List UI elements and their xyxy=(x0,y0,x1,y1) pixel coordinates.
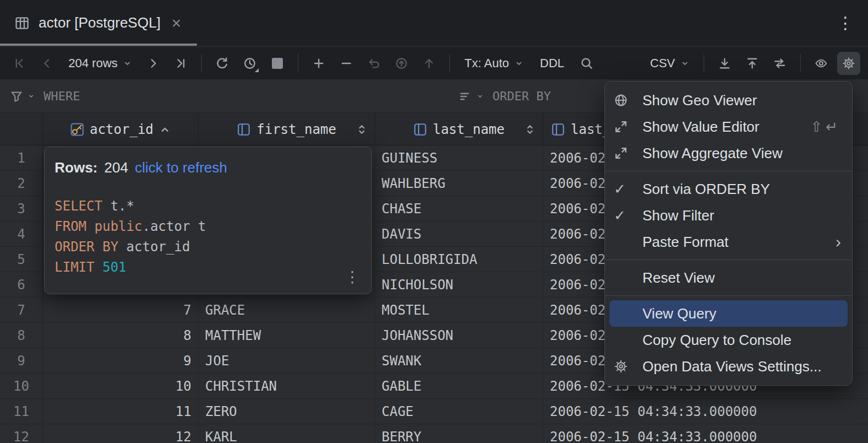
previous-page-button[interactable] xyxy=(35,52,58,75)
row-number[interactable]: 5 xyxy=(0,247,43,272)
settings-button[interactable] xyxy=(837,52,860,75)
menu-item-copy-query-to-console[interactable]: Copy Query to Console xyxy=(609,327,848,353)
menu-item-reset-view[interactable]: Reset View xyxy=(609,264,848,291)
row-number[interactable]: 1 xyxy=(0,145,43,171)
menu-item-show-geo-viewer[interactable]: Show Geo Viewer xyxy=(609,87,848,114)
where-clause-field[interactable]: WHERE xyxy=(44,89,80,103)
column-header-last-name[interactable]: last_name xyxy=(375,114,543,145)
context-menu-items: Show Geo ViewerShow Value Editor⇧↵Show A… xyxy=(605,87,852,380)
last-page-button[interactable] xyxy=(169,52,192,75)
cell-actor-id[interactable]: 7 xyxy=(43,298,199,323)
row-number[interactable]: 10 xyxy=(0,374,43,399)
ddl-button[interactable]: DDL xyxy=(533,56,571,71)
compare-data-button[interactable] xyxy=(768,52,791,75)
menu-item-label: Reset View xyxy=(642,269,841,287)
cell-actor-id[interactable]: 12 xyxy=(43,424,199,443)
table-row[interactable]: 11 11 ZERO CAGE 2006-02-15 04:34:33.0000… xyxy=(0,399,868,424)
menu-item-sort-via-order-by[interactable]: ✓Sort via ORDER BY xyxy=(609,176,848,202)
cell-first-name[interactable]: MATTHEW xyxy=(199,323,375,348)
dropdown-corner-icon xyxy=(255,68,259,72)
menu-item-show-aggregate-view[interactable]: Show Aggregate View xyxy=(609,140,848,166)
upload-button[interactable] xyxy=(741,52,764,75)
cell-last-name[interactable]: GABLE xyxy=(375,374,543,399)
cell-last-update[interactable]: 2006-02-15 04:34:33.000000 xyxy=(543,399,868,424)
cell-last-name[interactable]: JOHANSSON xyxy=(375,323,543,348)
schedule-refresh-button[interactable] xyxy=(238,52,261,75)
row-number[interactable]: 3 xyxy=(0,196,43,222)
transaction-mode-dropdown[interactable]: Tx: Auto xyxy=(459,52,529,75)
row-number-header[interactable] xyxy=(0,114,43,145)
row-number[interactable]: 12 xyxy=(0,424,43,443)
cell-last-name[interactable]: WAHLBERG xyxy=(375,171,543,196)
row-count-dropdown[interactable]: 204 rows xyxy=(63,52,137,75)
cell-first-name[interactable]: KARL xyxy=(199,424,375,443)
popup-more-icon[interactable]: ⋮ xyxy=(345,268,360,286)
row-number[interactable]: 2 xyxy=(0,171,43,196)
revert-button[interactable] xyxy=(390,52,413,75)
row-number[interactable]: 8 xyxy=(0,323,43,348)
refresh-button[interactable] xyxy=(211,52,234,75)
row-number[interactable]: 9 xyxy=(0,348,43,374)
globe-icon xyxy=(614,93,642,107)
cell-last-name[interactable]: NICHOLSON xyxy=(375,272,543,298)
cell-last-name[interactable]: MOSTEL xyxy=(375,298,543,323)
menu-item-paste-format[interactable]: Paste Format› xyxy=(609,229,848,255)
row-number[interactable]: 6 xyxy=(0,272,43,298)
cell-actor-id[interactable]: 9 xyxy=(43,348,199,374)
export-format-label: CSV xyxy=(650,56,675,71)
tab-actor-postgresql[interactable]: actor [PostgreSQL] × xyxy=(0,0,197,46)
menu-item-open-data-views-settings[interactable]: Open Data Views Settings... xyxy=(609,353,848,380)
cell-actor-id[interactable]: 8 xyxy=(43,323,199,348)
table-row[interactable]: 12 12 KARL BERRY 2006-02-15 04:34:33.000… xyxy=(0,424,868,443)
cell-last-name[interactable]: LOLLOBRIGIDA xyxy=(375,247,543,272)
menu-separator xyxy=(605,260,852,260)
menu-item-label: Paste Format xyxy=(642,234,835,251)
next-page-button[interactable] xyxy=(142,52,165,75)
first-page-button[interactable] xyxy=(8,52,31,75)
row-number[interactable]: 7 xyxy=(0,298,43,323)
cell-actor-id[interactable]: 11 xyxy=(43,399,199,424)
close-icon[interactable]: × xyxy=(172,15,181,31)
cell-first-name[interactable]: GRACE xyxy=(199,298,375,323)
cell-last-update[interactable]: 2006-02-15 04:34:33.000000 xyxy=(543,424,868,443)
more-options-icon[interactable]: ⋮ xyxy=(823,13,868,33)
undo-button[interactable] xyxy=(362,52,385,75)
delete-row-button[interactable] xyxy=(335,52,358,75)
cell-last-name[interactable]: CHASE xyxy=(375,196,543,222)
cell-last-name[interactable]: GUINESS xyxy=(375,145,543,171)
export-format-dropdown[interactable]: CSV xyxy=(645,52,695,75)
cell-first-name[interactable]: ZERO xyxy=(199,399,375,424)
menu-item-view-query[interactable]: View Query xyxy=(609,300,848,327)
cell-first-name[interactable]: CHRISTIAN xyxy=(199,374,375,399)
cell-last-name[interactable]: BERRY xyxy=(375,424,543,443)
add-row-button[interactable] xyxy=(307,52,330,75)
cell-first-name[interactable]: JOE xyxy=(199,348,375,374)
database-data-view: actor [PostgreSQL] × ⋮ 204 rows xyxy=(0,0,868,443)
refresh-link[interactable]: click to refresh xyxy=(135,159,227,176)
submit-button[interactable] xyxy=(417,52,441,75)
menu-item-show-value-editor[interactable]: Show Value Editor⇧↵ xyxy=(609,114,848,140)
cell-actor-id[interactable]: 10 xyxy=(43,374,199,399)
sort-both-icon[interactable] xyxy=(356,123,368,136)
sort-lines-icon[interactable] xyxy=(459,90,472,103)
filter-funnel-icon[interactable] xyxy=(10,90,23,103)
menu-item-label: Sort via ORDER BY xyxy=(642,181,841,198)
sort-both-icon[interactable] xyxy=(524,123,536,136)
sql-code: SELECT t.*FROM public.actor tORDER BY ac… xyxy=(55,196,360,278)
cell-last-name[interactable]: DAVIS xyxy=(375,222,543,247)
download-button[interactable] xyxy=(713,52,736,75)
cell-last-name[interactable]: SWANK xyxy=(375,348,543,374)
order-by-clause-field[interactable]: ORDER BY xyxy=(492,89,551,103)
view-options-button[interactable] xyxy=(810,52,833,75)
row-number[interactable]: 11 xyxy=(0,399,43,424)
menu-item-show-filter[interactable]: ✓Show Filter xyxy=(609,202,848,229)
search-button[interactable] xyxy=(575,52,598,75)
row-number[interactable]: 4 xyxy=(0,222,43,247)
column-header-actor-id[interactable]: actor_id xyxy=(43,114,199,145)
toolbar-separator xyxy=(201,54,202,73)
chevron-down-icon xyxy=(28,93,35,100)
column-header-first-name[interactable]: first_name xyxy=(199,114,375,145)
stop-button[interactable] xyxy=(266,52,289,75)
cell-last-name[interactable]: CAGE xyxy=(375,399,543,424)
rows-value: 204 xyxy=(104,159,128,176)
